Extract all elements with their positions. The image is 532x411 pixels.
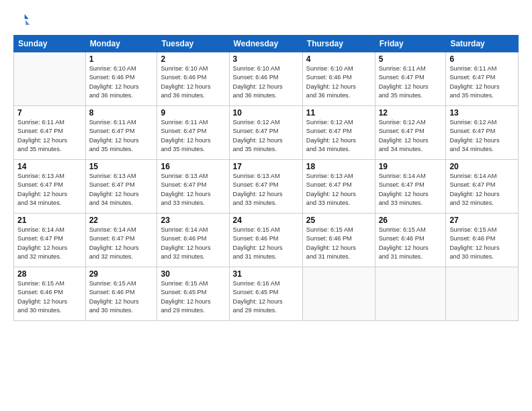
calendar-cell: 11Sunrise: 6:12 AM Sunset: 6:47 PM Dayli… bbox=[302, 106, 375, 160]
day-number: 15 bbox=[89, 162, 154, 171]
day-number: 1 bbox=[89, 54, 154, 64]
calendar-cell bbox=[446, 267, 519, 321]
day-number: 27 bbox=[449, 216, 515, 225]
calendar-cell bbox=[375, 267, 446, 321]
calendar-cell: 4Sunrise: 6:10 AM Sunset: 6:46 PM Daylig… bbox=[302, 52, 375, 106]
svg-marker-0 bbox=[25, 14, 29, 19]
week-row-5: 28Sunrise: 6:15 AM Sunset: 6:46 PM Dayli… bbox=[14, 267, 519, 321]
calendar-cell: 26Sunrise: 6:15 AM Sunset: 6:46 PM Dayli… bbox=[375, 214, 446, 267]
calendar-cell: 8Sunrise: 6:11 AM Sunset: 6:47 PM Daylig… bbox=[85, 106, 157, 160]
day-info: Sunrise: 6:13 AM Sunset: 6:47 PM Dayligh… bbox=[161, 172, 225, 208]
day-info: Sunrise: 6:13 AM Sunset: 6:47 PM Dayligh… bbox=[233, 172, 299, 208]
svg-marker-1 bbox=[26, 20, 30, 25]
calendar-cell: 14Sunrise: 6:13 AM Sunset: 6:47 PM Dayli… bbox=[14, 160, 86, 214]
day-info: Sunrise: 6:15 AM Sunset: 6:46 PM Dayligh… bbox=[306, 226, 371, 261]
day-info: Sunrise: 6:15 AM Sunset: 6:46 PM Dayligh… bbox=[379, 226, 443, 261]
day-info: Sunrise: 6:12 AM Sunset: 6:47 PM Dayligh… bbox=[379, 118, 443, 154]
week-row-2: 7Sunrise: 6:11 AM Sunset: 6:47 PM Daylig… bbox=[14, 106, 519, 160]
day-info: Sunrise: 6:10 AM Sunset: 6:46 PM Dayligh… bbox=[89, 64, 154, 100]
day-number: 23 bbox=[161, 216, 225, 225]
day-info: Sunrise: 6:11 AM Sunset: 6:47 PM Dayligh… bbox=[17, 118, 82, 154]
header bbox=[13, 12, 519, 30]
day-info: Sunrise: 6:12 AM Sunset: 6:47 PM Dayligh… bbox=[449, 118, 515, 154]
calendar-cell: 2Sunrise: 6:10 AM Sunset: 6:46 PM Daylig… bbox=[157, 52, 229, 106]
day-number: 12 bbox=[379, 108, 443, 118]
day-info: Sunrise: 6:15 AM Sunset: 6:46 PM Dayligh… bbox=[89, 279, 154, 315]
weekday-header-row: SundayMondayTuesdayWednesdayThursdayFrid… bbox=[14, 36, 519, 52]
calendar-cell: 29Sunrise: 6:15 AM Sunset: 6:46 PM Dayli… bbox=[85, 267, 157, 321]
calendar-table: SundayMondayTuesdayWednesdayThursdayFrid… bbox=[13, 35, 519, 321]
calendar-cell: 30Sunrise: 6:15 AM Sunset: 6:45 PM Dayli… bbox=[157, 267, 229, 321]
day-number: 6 bbox=[449, 54, 515, 64]
weekday-header-wednesday: Wednesday bbox=[229, 36, 302, 52]
day-info: Sunrise: 6:16 AM Sunset: 6:45 PM Dayligh… bbox=[233, 279, 299, 315]
day-number: 4 bbox=[306, 54, 371, 64]
logo bbox=[13, 12, 30, 30]
day-info: Sunrise: 6:13 AM Sunset: 6:47 PM Dayligh… bbox=[89, 172, 154, 208]
day-number: 24 bbox=[233, 216, 299, 225]
day-number: 7 bbox=[17, 108, 82, 118]
day-info: Sunrise: 6:14 AM Sunset: 6:47 PM Dayligh… bbox=[449, 172, 515, 208]
calendar-cell: 6Sunrise: 6:11 AM Sunset: 6:47 PM Daylig… bbox=[446, 52, 519, 106]
weekday-header-saturday: Saturday bbox=[446, 36, 519, 52]
calendar-cell: 27Sunrise: 6:15 AM Sunset: 6:46 PM Dayli… bbox=[446, 214, 519, 267]
day-number: 16 bbox=[161, 162, 225, 171]
day-info: Sunrise: 6:14 AM Sunset: 6:47 PM Dayligh… bbox=[17, 226, 82, 261]
day-info: Sunrise: 6:14 AM Sunset: 6:47 PM Dayligh… bbox=[89, 226, 154, 261]
day-info: Sunrise: 6:15 AM Sunset: 6:46 PM Dayligh… bbox=[449, 226, 515, 261]
day-info: Sunrise: 6:13 AM Sunset: 6:47 PM Dayligh… bbox=[306, 172, 371, 208]
calendar-cell: 12Sunrise: 6:12 AM Sunset: 6:47 PM Dayli… bbox=[375, 106, 446, 160]
calendar-cell: 15Sunrise: 6:13 AM Sunset: 6:47 PM Dayli… bbox=[85, 160, 157, 214]
calendar-cell: 17Sunrise: 6:13 AM Sunset: 6:47 PM Dayli… bbox=[229, 160, 302, 214]
day-number: 18 bbox=[306, 162, 371, 171]
page: SundayMondayTuesdayWednesdayThursdayFrid… bbox=[0, 0, 532, 411]
day-info: Sunrise: 6:10 AM Sunset: 6:46 PM Dayligh… bbox=[161, 64, 225, 100]
day-info: Sunrise: 6:14 AM Sunset: 6:46 PM Dayligh… bbox=[161, 226, 225, 261]
day-number: 17 bbox=[233, 162, 299, 171]
day-info: Sunrise: 6:12 AM Sunset: 6:47 PM Dayligh… bbox=[233, 118, 299, 154]
calendar-cell: 31Sunrise: 6:16 AM Sunset: 6:45 PM Dayli… bbox=[229, 267, 302, 321]
day-number: 13 bbox=[449, 108, 515, 118]
day-info: Sunrise: 6:11 AM Sunset: 6:47 PM Dayligh… bbox=[379, 64, 443, 100]
day-info: Sunrise: 6:11 AM Sunset: 6:47 PM Dayligh… bbox=[449, 64, 515, 100]
calendar-cell bbox=[14, 52, 86, 106]
calendar-cell: 13Sunrise: 6:12 AM Sunset: 6:47 PM Dayli… bbox=[446, 106, 519, 160]
day-number: 28 bbox=[17, 269, 82, 279]
week-row-4: 21Sunrise: 6:14 AM Sunset: 6:47 PM Dayli… bbox=[14, 214, 519, 267]
logo-icon bbox=[15, 12, 30, 27]
calendar-cell: 28Sunrise: 6:15 AM Sunset: 6:46 PM Dayli… bbox=[14, 267, 86, 321]
calendar-cell: 21Sunrise: 6:14 AM Sunset: 6:47 PM Dayli… bbox=[14, 214, 86, 267]
weekday-header-friday: Friday bbox=[375, 36, 446, 52]
calendar-cell: 5Sunrise: 6:11 AM Sunset: 6:47 PM Daylig… bbox=[375, 52, 446, 106]
calendar-cell: 18Sunrise: 6:13 AM Sunset: 6:47 PM Dayli… bbox=[302, 160, 375, 214]
day-info: Sunrise: 6:11 AM Sunset: 6:47 PM Dayligh… bbox=[161, 118, 225, 154]
day-number: 10 bbox=[233, 108, 299, 118]
day-number: 20 bbox=[449, 162, 515, 171]
calendar-cell: 20Sunrise: 6:14 AM Sunset: 6:47 PM Dayli… bbox=[446, 160, 519, 214]
day-info: Sunrise: 6:14 AM Sunset: 6:47 PM Dayligh… bbox=[379, 172, 443, 208]
weekday-header-thursday: Thursday bbox=[302, 36, 375, 52]
day-number: 25 bbox=[306, 216, 371, 225]
calendar-cell: 22Sunrise: 6:14 AM Sunset: 6:47 PM Dayli… bbox=[85, 214, 157, 267]
day-number: 21 bbox=[17, 216, 82, 225]
calendar-cell bbox=[302, 267, 375, 321]
day-info: Sunrise: 6:13 AM Sunset: 6:47 PM Dayligh… bbox=[17, 172, 82, 208]
calendar-cell: 7Sunrise: 6:11 AM Sunset: 6:47 PM Daylig… bbox=[14, 106, 86, 160]
day-info: Sunrise: 6:10 AM Sunset: 6:46 PM Dayligh… bbox=[233, 64, 299, 100]
day-info: Sunrise: 6:15 AM Sunset: 6:46 PM Dayligh… bbox=[233, 226, 299, 261]
day-info: Sunrise: 6:12 AM Sunset: 6:47 PM Dayligh… bbox=[306, 118, 371, 154]
day-number: 22 bbox=[89, 216, 154, 225]
day-number: 29 bbox=[89, 269, 154, 279]
day-number: 3 bbox=[233, 54, 299, 64]
day-info: Sunrise: 6:11 AM Sunset: 6:47 PM Dayligh… bbox=[89, 118, 154, 154]
day-number: 8 bbox=[89, 108, 154, 118]
week-row-1: 1Sunrise: 6:10 AM Sunset: 6:46 PM Daylig… bbox=[14, 52, 519, 106]
calendar-cell: 3Sunrise: 6:10 AM Sunset: 6:46 PM Daylig… bbox=[229, 52, 302, 106]
day-number: 14 bbox=[17, 162, 82, 171]
day-number: 11 bbox=[306, 108, 371, 118]
day-info: Sunrise: 6:15 AM Sunset: 6:46 PM Dayligh… bbox=[17, 279, 82, 315]
day-number: 19 bbox=[379, 162, 443, 171]
weekday-header-tuesday: Tuesday bbox=[157, 36, 229, 52]
day-info: Sunrise: 6:10 AM Sunset: 6:46 PM Dayligh… bbox=[306, 64, 371, 100]
day-number: 26 bbox=[379, 216, 443, 225]
